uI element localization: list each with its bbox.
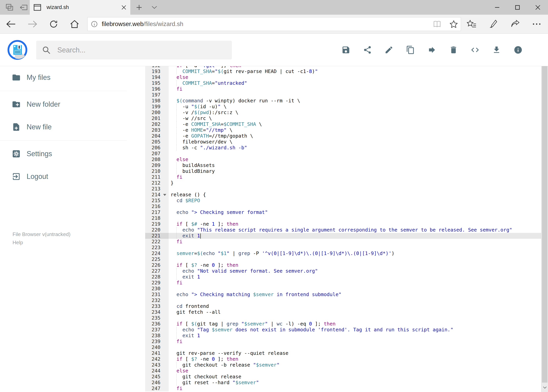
code-line[interactable]: exit 1 — [169, 333, 541, 339]
scroll-down-icon[interactable] — [541, 383, 548, 392]
gutter-line-number[interactable]: 223 — [145, 245, 169, 251]
gutter-line-number[interactable]: 225 — [145, 256, 169, 262]
gutter-line-number[interactable]: 209 — [145, 162, 169, 168]
code-line[interactable]: buildBinary — [169, 168, 541, 174]
gutter-line-number[interactable]: 192 — [145, 66, 169, 69]
code-line[interactable]: sh -c "./wizard.sh -b" — [169, 145, 541, 151]
window-minimize-button[interactable] — [487, 0, 507, 15]
filebrowser-logo[interactable] — [7, 40, 28, 60]
code-line[interactable]: fi — [169, 174, 541, 180]
more-icon[interactable] — [532, 23, 541, 25]
window-close-button[interactable] — [528, 0, 548, 15]
browser-tab[interactable]: wizard.sh — [30, 0, 130, 15]
info-button[interactable] — [513, 45, 523, 54]
code-line[interactable]: if [ -d ".git" ]; then — [169, 66, 541, 69]
forward-icon[interactable] — [28, 20, 38, 28]
gutter-line-number[interactable]: 230 — [145, 286, 169, 292]
code-line[interactable]: echo "> Checking matching $semver in fro… — [169, 292, 541, 297]
code-line[interactable]: buildAssets — [169, 162, 541, 168]
code-line[interactable]: COMMIT_SHA="$(git rev-parse HEAD | cut -… — [169, 69, 541, 74]
url-text[interactable]: filebrowser.web/files/wizard.sh — [102, 21, 433, 28]
gutter-line-number[interactable]: 219 — [145, 221, 169, 227]
code-line[interactable]: semver=$(echo "$1" | grep -P '^v(0|[1-9]… — [169, 251, 541, 256]
code-line[interactable]: if [ $(git tag | grep "$semver" | wc -l)… — [169, 321, 541, 327]
gutter-line-number[interactable]: 206 — [145, 145, 169, 151]
gutter-line-number[interactable]: 200 — [145, 110, 169, 115]
code-line[interactable]: -e HOME="//tmp" \ — [169, 127, 541, 133]
code-line[interactable]: cd frontend — [169, 303, 541, 309]
gutter-line-number[interactable]: 246 — [145, 380, 169, 385]
gutter-line-number[interactable]: 224 — [145, 251, 169, 256]
code-line[interactable]: filebrowser/dev \ — [169, 139, 541, 145]
code-line[interactable]: git fetch --all — [169, 309, 541, 315]
share-button[interactable] — [363, 45, 372, 54]
code-line[interactable]: -u "$(id -u)" \ — [169, 104, 541, 110]
gutter-line-number[interactable]: 199 — [145, 104, 169, 110]
code-line[interactable]: exit 1 — [169, 274, 541, 280]
code-line[interactable]: else — [169, 74, 541, 80]
code-line[interactable]: -e COMMIT_SHA=$COMMIT_SHA \ — [169, 121, 541, 127]
rename-button[interactable] — [384, 45, 393, 54]
gutter-line-number[interactable]: 228 — [145, 274, 169, 280]
gutter-line-number[interactable]: 211 — [145, 174, 169, 180]
new-tab-icon[interactable] — [136, 4, 142, 11]
code-line[interactable]: echo "Tag $semver does not exist in subm… — [169, 327, 541, 333]
gutter-line-number[interactable]: 201 — [145, 115, 169, 121]
gutter-line-number[interactable]: 202 — [145, 121, 169, 127]
gutter-line-number[interactable]: 193 — [145, 69, 169, 74]
window-maximize-button[interactable] — [507, 0, 528, 15]
gutter-line-number[interactable]: 194 — [145, 74, 169, 80]
scrollbar-thumb[interactable] — [542, 43, 548, 383]
code-line[interactable] — [169, 215, 541, 221]
code-line[interactable] — [169, 297, 541, 303]
code-line[interactable]: fi — [169, 86, 541, 92]
code-line[interactable] — [169, 203, 541, 210]
code-line[interactable]: -w //src \ — [169, 115, 541, 121]
code-line[interactable]: -v /$(pwd):/src:z \ — [169, 110, 541, 115]
gutter-line-number[interactable]: 221 — [145, 233, 169, 239]
gutter-line-number[interactable]: 217 — [145, 210, 169, 215]
code-line[interactable]: COMMIT_SHA="untracked" — [169, 80, 541, 86]
gutter-line-number[interactable]: 198 — [145, 98, 169, 104]
favorites-hub-icon[interactable] — [467, 20, 477, 28]
tab-preview-icon[interactable] — [5, 3, 14, 12]
delete-button[interactable] — [449, 45, 458, 54]
code-line[interactable]: if [ $? -ne 0 ]; then — [169, 356, 541, 362]
code-line[interactable]: fi — [169, 385, 541, 392]
sidebar-item-new-folder[interactable]: New folder — [0, 93, 145, 116]
set-tabs-aside-icon[interactable] — [19, 3, 28, 12]
gutter-line-number[interactable]: 218 — [145, 215, 169, 221]
gutter-line-number[interactable]: 216 — [145, 203, 169, 210]
code-line[interactable]: git checkout -b release "$semver" — [169, 362, 541, 368]
gutter-line-number[interactable]: 237 — [145, 327, 169, 333]
code-line[interactable]: else — [169, 368, 541, 374]
code-line[interactable] — [169, 286, 541, 292]
gutter-line-number[interactable]: 229 — [145, 280, 169, 286]
code-line[interactable]: fi — [169, 280, 541, 286]
gutter-line-number[interactable]: 214 — [145, 192, 169, 198]
gutter-line-number[interactable]: 226 — [145, 262, 169, 268]
gutter-line-number[interactable]: 222 — [145, 239, 169, 245]
move-button[interactable] — [428, 45, 437, 54]
code-line[interactable]: else — [169, 157, 541, 162]
code-line[interactable]: if [ $? -ne 0 ]; then — [169, 262, 541, 268]
address-bar[interactable]: filebrowser.web/files/wizard.sh — [87, 17, 461, 31]
site-info-icon[interactable] — [90, 20, 98, 28]
gutter-line-number[interactable]: 220 — [145, 227, 169, 233]
code-line[interactable] — [169, 256, 541, 262]
code-line[interactable]: } — [169, 180, 541, 186]
save-button[interactable] — [341, 45, 350, 54]
sidebar-item-settings[interactable]: Settings — [0, 142, 145, 165]
gutter-line-number[interactable]: 247 — [145, 385, 169, 392]
gutter-line-number[interactable]: 234 — [145, 309, 169, 315]
reading-view-icon[interactable] — [433, 20, 442, 28]
code-line[interactable] — [169, 315, 541, 321]
gutter-line-number[interactable]: 242 — [145, 356, 169, 362]
sidebar-item-my-files[interactable]: My files — [0, 66, 145, 89]
gutter-line-number[interactable]: 238 — [145, 333, 169, 339]
code-line[interactable] — [169, 151, 541, 157]
home-icon[interactable] — [70, 19, 79, 29]
web-note-icon[interactable] — [489, 19, 498, 29]
gutter-line-number[interactable]: 213 — [145, 186, 169, 192]
gutter-line-number[interactable]: 196 — [145, 86, 169, 92]
